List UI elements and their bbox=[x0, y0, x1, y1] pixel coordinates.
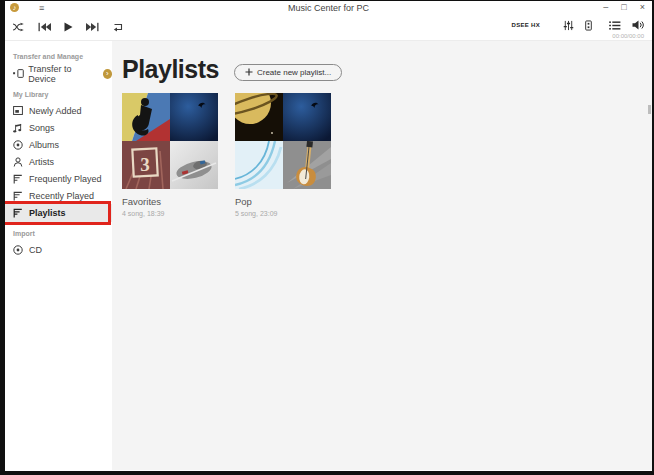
sidebar-item-label: Artists bbox=[29, 157, 54, 167]
app-window: ♪ ≡ Music Center for PC – □ × bbox=[5, 1, 652, 471]
sidebar-item-frequently-played[interactable]: Frequently Played bbox=[5, 170, 112, 187]
sidebar-item-label: CD bbox=[29, 245, 42, 255]
sidebar-item-label: Newly Added bbox=[29, 106, 82, 116]
sidebar-item-albums[interactable]: Albums bbox=[5, 136, 112, 153]
repeat-icon bbox=[112, 22, 124, 32]
titlebar: ♪ ≡ Music Center for PC – □ × bbox=[5, 1, 652, 14]
playlist-icon bbox=[13, 174, 25, 184]
sidebar-item-newly-added[interactable]: Newly Added bbox=[5, 102, 112, 119]
music-note-icon bbox=[13, 123, 25, 133]
newly-added-icon bbox=[13, 106, 25, 115]
play-queue-button[interactable] bbox=[609, 21, 621, 30]
section-header-my-library: My Library bbox=[5, 83, 112, 102]
sidebar-item-label: Recently Played bbox=[29, 191, 94, 201]
sidebar-item-label: Songs bbox=[29, 123, 55, 133]
disc-icon bbox=[13, 140, 25, 150]
main-panel: Playlists Create new playlist... bbox=[112, 41, 652, 470]
toolbar-right: DSEE HX bbox=[512, 20, 644, 31]
album-art-saturn bbox=[235, 93, 283, 141]
main-header: Playlists Create new playlist... bbox=[122, 55, 652, 84]
playlist-icon bbox=[13, 208, 25, 218]
album-art-track-number-3: 3 bbox=[122, 141, 170, 189]
play-icon bbox=[64, 22, 73, 32]
sidebar-item-label: Albums bbox=[29, 140, 59, 150]
play-queue-icon bbox=[609, 21, 621, 30]
time-display: 00:00/00:00 bbox=[612, 33, 644, 39]
plus-icon bbox=[245, 68, 253, 76]
sidebar: Transfer and Manage Transfer to Device ›… bbox=[5, 41, 112, 470]
playlist-name: Favorites bbox=[122, 196, 218, 207]
create-playlist-button[interactable]: Create new playlist... bbox=[234, 64, 342, 81]
transfer-badge[interactable]: › bbox=[103, 69, 112, 79]
close-button[interactable]: × bbox=[640, 2, 645, 13]
page-title: Playlists bbox=[122, 55, 219, 84]
sidebar-item-label: Playlists bbox=[29, 208, 66, 218]
sidebar-item-label: Frequently Played bbox=[29, 174, 102, 184]
create-playlist-label: Create new playlist... bbox=[257, 68, 331, 77]
scrollbar-thumb[interactable] bbox=[648, 105, 651, 114]
screenshot-frame: ♪ ≡ Music Center for PC – □ × bbox=[0, 0, 654, 475]
person-icon bbox=[13, 157, 25, 167]
sidebar-item-cd[interactable]: CD bbox=[5, 241, 112, 258]
playlist-art-grid: 3 bbox=[122, 93, 218, 189]
playlist-meta: 4 song, 18:39 bbox=[122, 210, 218, 217]
album-art-waves bbox=[235, 141, 283, 189]
maximize-button[interactable]: □ bbox=[621, 2, 626, 13]
repeat-button[interactable] bbox=[112, 22, 124, 32]
previous-button[interactable] bbox=[38, 22, 51, 32]
playlist-art-grid bbox=[235, 93, 331, 189]
sidebar-item-transfer-to-device[interactable]: Transfer to Device › bbox=[5, 64, 112, 83]
album-art-guitar bbox=[283, 141, 331, 189]
playback-controls bbox=[12, 22, 124, 32]
output-device-button[interactable] bbox=[585, 20, 592, 31]
volume-button[interactable] bbox=[632, 20, 644, 30]
album-art-bird-sky bbox=[170, 93, 218, 141]
sidebar-item-label: Transfer to Device bbox=[28, 64, 97, 84]
playlist-name: Pop bbox=[235, 196, 331, 207]
sidebar-item-artists[interactable]: Artists bbox=[5, 153, 112, 170]
album-art-saxophone bbox=[122, 93, 170, 141]
window-controls: – □ × bbox=[603, 2, 645, 13]
sidebar-item-playlists[interactable]: Playlists bbox=[5, 204, 112, 222]
shuffle-icon bbox=[12, 22, 25, 32]
section-header-import: Import bbox=[5, 222, 112, 241]
album-art-bird-sky bbox=[283, 93, 331, 141]
disc-icon bbox=[13, 245, 25, 255]
output-device-icon bbox=[585, 20, 592, 31]
play-button[interactable] bbox=[64, 22, 73, 32]
section-header-transfer: Transfer and Manage bbox=[5, 45, 112, 64]
next-button[interactable] bbox=[86, 22, 99, 32]
sidebar-item-recently-played[interactable]: Recently Played bbox=[5, 187, 112, 204]
next-icon bbox=[86, 22, 99, 32]
playlist-card-favorites[interactable]: 3 Favorites 4 so bbox=[122, 93, 218, 217]
playlist-icon bbox=[13, 191, 25, 201]
sidebar-item-songs[interactable]: Songs bbox=[5, 119, 112, 136]
shuffle-button[interactable] bbox=[12, 22, 25, 32]
album-art-bobsled bbox=[170, 141, 218, 189]
previous-icon bbox=[38, 22, 51, 32]
minimize-button[interactable]: – bbox=[603, 2, 608, 13]
toolbar: DSEE HX bbox=[5, 14, 652, 41]
playlist-meta: 5 song, 23:09 bbox=[235, 210, 331, 217]
transfer-device-icon bbox=[13, 69, 24, 78]
dsee-hx-logo: DSEE HX bbox=[512, 22, 540, 28]
playlist-card-pop[interactable]: Pop 5 song, 23:09 bbox=[235, 93, 331, 217]
volume-icon bbox=[632, 20, 644, 30]
content: Transfer and Manage Transfer to Device ›… bbox=[5, 41, 652, 470]
svg-text:3: 3 bbox=[140, 154, 150, 175]
window-title: Music Center for PC bbox=[5, 3, 652, 13]
equalizer-button[interactable] bbox=[563, 20, 574, 31]
equalizer-icon bbox=[563, 20, 574, 31]
playlist-cards: 3 Favorites 4 so bbox=[122, 93, 652, 217]
